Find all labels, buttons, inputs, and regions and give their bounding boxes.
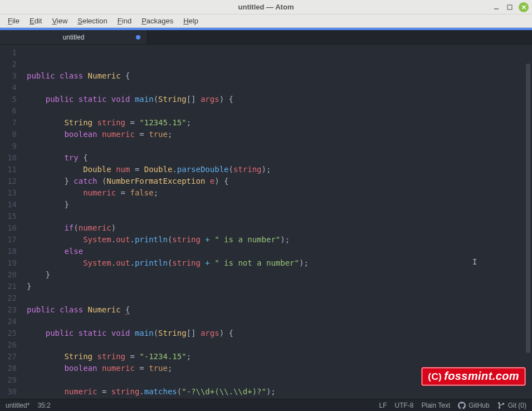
menu-packages[interactable]: Packages — [137, 16, 178, 26]
github-icon — [458, 402, 466, 409]
line-number: 8 — [0, 129, 17, 140]
code-line[interactable]: if(numeric) — [27, 222, 532, 234]
status-encoding[interactable]: UTF-8 — [394, 402, 413, 409]
code-line[interactable]: } — [27, 281, 532, 292]
menu-view[interactable]: View — [47, 16, 72, 26]
code-line[interactable]: numeric = string.matches("-?\\d+(\\.\\d+… — [27, 386, 532, 398]
line-number: 23 — [0, 304, 17, 316]
git-branch-icon — [497, 402, 505, 409]
line-number: 15 — [0, 211, 17, 222]
code-area[interactable]: public class Numeric { public static voi… — [22, 45, 532, 399]
window-titlebar: untitled — Atom — [0, 0, 532, 14]
line-number: 6 — [0, 105, 17, 117]
line-number-gutter: 1234567891011121314151617181920212223242… — [0, 45, 22, 399]
status-bar: untitled* 35:2 LF UTF-8 Plain Text GitHu… — [0, 399, 532, 411]
menubar: File Edit View Selection Find Packages H… — [0, 14, 532, 28]
code-line[interactable]: } catch (NumberFormatException e) { — [27, 175, 532, 187]
code-line[interactable] — [27, 316, 532, 327]
code-line[interactable] — [27, 339, 532, 351]
editor[interactable]: 1234567891011121314151617181920212223242… — [0, 45, 532, 399]
tab-untitled[interactable]: untitled — [0, 30, 148, 44]
line-number: 14 — [0, 199, 17, 211]
line-number: 3 — [0, 70, 17, 82]
line-number: 21 — [0, 281, 17, 292]
code-line[interactable]: } — [27, 269, 532, 281]
line-number: 12 — [0, 175, 17, 187]
maximize-button[interactable] — [505, 3, 514, 12]
line-number: 25 — [0, 327, 17, 339]
code-line[interactable]: public class Numeric { — [27, 304, 532, 316]
status-cursor-position[interactable]: 35:2 — [37, 402, 50, 409]
code-line[interactable]: else — [27, 246, 532, 257]
line-number: 24 — [0, 316, 17, 327]
code-line[interactable]: } — [27, 199, 532, 211]
code-line[interactable]: System.out.println(string + " is not a n… — [27, 257, 532, 269]
line-number: 17 — [0, 234, 17, 246]
status-line-ending[interactable]: LF — [379, 402, 387, 409]
code-line[interactable] — [27, 140, 532, 152]
close-button[interactable] — [519, 2, 529, 12]
code-line[interactable]: Double num = Double.parseDouble(string); — [27, 164, 532, 175]
tab-bar: untitled — [0, 28, 532, 45]
status-git[interactable]: Git (0) — [497, 402, 526, 409]
code-line[interactable] — [27, 82, 532, 94]
line-number: 28 — [0, 363, 17, 374]
line-number: 29 — [0, 374, 17, 386]
line-number: 18 — [0, 246, 17, 257]
svg-rect-1 — [507, 5, 512, 9]
line-number: 13 — [0, 187, 17, 199]
line-number: 26 — [0, 339, 17, 351]
line-number: 19 — [0, 257, 17, 269]
line-number: 16 — [0, 222, 17, 234]
status-file[interactable]: untitled* — [6, 402, 30, 409]
code-line[interactable]: try { — [27, 152, 532, 164]
line-number: 10 — [0, 152, 17, 164]
line-number: 2 — [0, 58, 17, 70]
code-line[interactable]: boolean numeric = true; — [27, 129, 532, 140]
line-number: 20 — [0, 269, 17, 281]
minimize-button[interactable] — [492, 3, 501, 12]
workspace: untitled 1234567891011121314151617181920… — [0, 28, 532, 399]
line-number: 7 — [0, 117, 17, 129]
line-number: 27 — [0, 351, 17, 363]
code-line[interactable] — [27, 211, 532, 222]
code-line[interactable] — [27, 105, 532, 117]
code-line[interactable]: String string = "12345.15"; — [27, 117, 532, 129]
vertical-scrollbar[interactable] — [525, 61, 531, 399]
menu-edit[interactable]: Edit — [25, 16, 46, 26]
menu-file[interactable]: File — [3, 16, 24, 26]
menu-find[interactable]: Find — [113, 16, 136, 26]
line-number: 9 — [0, 140, 17, 152]
window-title: untitled — Atom — [238, 3, 294, 11]
status-grammar[interactable]: Plain Text — [421, 402, 450, 409]
line-number: 11 — [0, 164, 17, 175]
line-number: 4 — [0, 82, 17, 94]
scrollbar-thumb[interactable] — [526, 63, 530, 353]
code-line[interactable]: String string = "-1234.15"; — [27, 351, 532, 363]
code-line[interactable]: public class Numeric { — [27, 70, 532, 82]
tab-modified-indicator-icon — [136, 35, 140, 40]
watermark-badge: (C)fossmint.com — [422, 368, 525, 385]
code-line[interactable]: public static void main(String[] args) { — [27, 327, 532, 339]
menu-selection[interactable]: Selection — [73, 16, 111, 26]
line-number: 22 — [0, 292, 17, 304]
code-line[interactable]: System.out.println(string + " is a numbe… — [27, 234, 532, 246]
line-number: 5 — [0, 94, 17, 105]
line-number: 30 — [0, 386, 17, 398]
code-line[interactable] — [27, 292, 532, 304]
tab-label: untitled — [63, 33, 85, 41]
window-controls — [492, 2, 529, 12]
menu-help[interactable]: Help — [179, 16, 203, 26]
line-number: 1 — [0, 47, 17, 58]
code-line[interactable]: numeric = false; — [27, 187, 532, 199]
status-github[interactable]: GitHub — [458, 402, 489, 409]
code-line[interactable]: public static void main(String[] args) { — [27, 94, 532, 105]
